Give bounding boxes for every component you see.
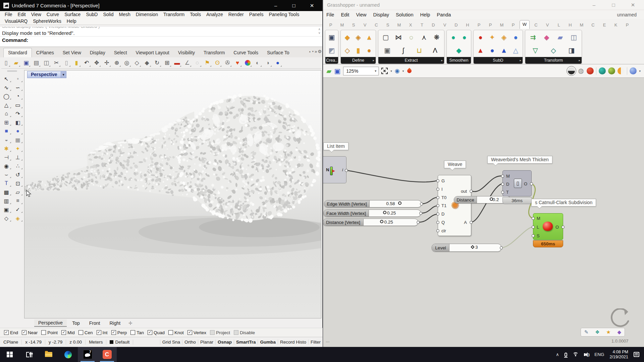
language-indicator[interactable]: ENG <box>594 352 604 357</box>
component-icon[interactable]: ✦ <box>488 34 497 41</box>
cylinder-icon[interactable]: ◒ <box>1 135 12 144</box>
shaded-sphere-icon[interactable]: ◐ <box>253 59 262 67</box>
gh-category-tab-22[interactable]: M <box>576 22 587 29</box>
boolean-union-icon[interactable]: ✱ <box>1 144 12 153</box>
select-cursor-icon[interactable]: ↖ <box>1 74 12 83</box>
menu-subd[interactable]: SubD <box>83 11 100 18</box>
freeform-curve-icon[interactable]: ↷ <box>12 109 23 118</box>
gh-category-tab-7[interactable]: X <box>405 22 416 29</box>
osnap-int[interactable]: ✓Int <box>97 330 108 335</box>
properties-icon[interactable]: ▣ <box>1 205 12 214</box>
component-icon[interactable]: ● <box>449 34 458 41</box>
zoom-icon[interactable]: ⊕ <box>112 59 121 67</box>
gem-tool-icon[interactable]: ◈ <box>12 214 23 223</box>
start-taskbar-button[interactable] <box>0 347 19 362</box>
extend-icon[interactable]: ↺ <box>12 170 23 179</box>
check-icon[interactable]: ✓ <box>12 205 23 214</box>
zoom-window-icon[interactable]: ◎ <box>122 59 131 67</box>
close-icon[interactable]: ✕ <box>303 0 321 11</box>
gh-menu-help[interactable]: Help <box>417 12 434 17</box>
y-coordinate[interactable]: y -2.79 <box>45 340 66 345</box>
gh-category-tab-8[interactable]: T <box>416 22 428 29</box>
preview-half-icon[interactable] <box>618 67 625 74</box>
maximize-icon[interactable]: □ <box>285 0 303 11</box>
status-toggle-planar[interactable]: Planar <box>198 340 215 345</box>
gh-category-tab-21[interactable]: H <box>565 22 576 29</box>
surface-icon[interactable]: ◧ <box>12 118 23 127</box>
gh-category-tab-15[interactable]: M <box>496 22 507 29</box>
file-explorer-taskbar-button[interactable] <box>39 347 58 362</box>
menu-dimension[interactable]: Dimension <box>133 11 161 18</box>
component-icon[interactable]: ⋏ <box>420 34 428 41</box>
status-toggle-smarttra[interactable]: SmartTra <box>234 340 258 345</box>
gh-category-tab-23[interactable]: C <box>587 22 599 29</box>
undo-icon[interactable]: ↶ <box>82 59 91 67</box>
toolbar-tab-set-view[interactable]: Set View <box>58 48 86 57</box>
toolbar-tab-surface-to[interactable]: Surface To <box>263 48 294 57</box>
component-icon[interactable]: ● <box>488 47 497 54</box>
preview-green-icon[interactable] <box>608 67 615 74</box>
text-icon[interactable]: T <box>1 179 12 188</box>
surface-grid-icon[interactable]: ⊞ <box>1 118 12 127</box>
zoom-ext-caret-icon[interactable]: ▾ <box>390 69 392 73</box>
gh-minimize-icon[interactable]: – <box>584 0 604 10</box>
command-scrollbar[interactable]: ∧∨ <box>317 27 322 35</box>
solver-flame-icon[interactable] <box>407 68 413 74</box>
component-icon[interactable]: ▲ <box>476 47 485 54</box>
gh-category-tab-1[interactable]: M <box>336 22 348 29</box>
palette-group-label[interactable]: Define▸ <box>341 57 376 64</box>
arc-icon[interactable]: △ <box>1 101 12 109</box>
trim-icon[interactable]: ⊣ <box>1 153 12 162</box>
component-icon[interactable]: ● <box>512 34 520 41</box>
task-view-taskbar-button[interactable] <box>19 347 39 362</box>
eye-caret-icon[interactable]: ▾ <box>402 69 404 73</box>
weave-component[interactable]: GIT0T1DQclroutA ✺ <box>438 175 471 236</box>
status-toggle-gumba[interactable]: Gumba <box>258 340 278 345</box>
split-icon[interactable]: ⊥ <box>12 153 23 162</box>
rhino-taskbar-button[interactable]: 7 <box>78 347 97 362</box>
block-edit-icon[interactable]: ▱ <box>12 188 23 196</box>
shield-icon[interactable]: ♥ <box>233 59 242 67</box>
paste-icon[interactable]: ▮ <box>72 59 81 67</box>
camtasia-taskbar-button[interactable]: C <box>97 347 117 362</box>
copy-to-clipboard-icon[interactable]: ◫ <box>42 59 51 67</box>
cplane-tool-icon[interactable]: ∠ <box>182 59 192 67</box>
perspective-viewport[interactable]: Perspective ▼ <box>24 70 321 318</box>
pan-icon[interactable]: ✥ <box>92 59 101 67</box>
gh-category-tab-26[interactable]: P <box>622 22 633 29</box>
component-icon[interactable]: ❋ <box>432 34 441 41</box>
gh-category-tab-14[interactable]: P <box>485 22 496 29</box>
curve-interp-icon[interactable]: ∽ <box>12 83 23 92</box>
viewport-tab-top[interactable]: Top <box>68 320 84 326</box>
explode-icon[interactable]: ✦ <box>12 144 23 153</box>
component-icon[interactable]: ◩ <box>327 47 336 54</box>
sphere-icon[interactable]: ● <box>12 127 23 135</box>
osnap-perp[interactable]: ✓Perp <box>111 330 127 335</box>
save-document-icon[interactable]: ▣ <box>334 67 340 75</box>
polygon-icon[interactable]: ⌂ <box>1 109 12 118</box>
component-icon[interactable]: ◆ <box>542 34 551 41</box>
menu-panels[interactable]: Panels <box>247 11 266 18</box>
hatch-icon[interactable]: ▥ <box>1 196 12 205</box>
zoom-selected-icon[interactable]: ◆ <box>142 59 152 67</box>
render-color-wheel-icon[interactable] <box>243 59 252 67</box>
component-icon[interactable]: ◫ <box>570 34 578 41</box>
gh-category-tab-17[interactable]: W <box>520 20 530 29</box>
highlight-tool-icon[interactable]: ★ <box>606 329 610 335</box>
component-icon[interactable]: ◨ <box>567 47 576 54</box>
component-icon[interactable]: ⇉ <box>529 34 537 41</box>
toolbar-tab-curve-tools[interactable]: Curve Tools <box>229 48 263 57</box>
component-icon[interactable]: Ʌ <box>431 47 439 54</box>
toolbar-tab-standard[interactable]: Standard <box>3 48 32 57</box>
menu-file[interactable]: File <box>2 11 15 18</box>
new-file-icon[interactable]: ▯ <box>1 59 11 67</box>
osnap-quad[interactable]: ✓Quad <box>148 330 165 335</box>
preview-red-icon[interactable] <box>587 67 594 74</box>
layers-icon[interactable]: ≡ <box>12 196 23 205</box>
rectangle-icon[interactable]: ▭ <box>12 101 23 109</box>
sidebar-drag-handle[interactable] <box>7 70 17 72</box>
grasshopper-canvas[interactable]: List Item Weave Weaverbird's Mesh Thicke… <box>323 78 644 347</box>
menu-tools[interactable]: Tools <box>187 11 204 18</box>
osnap-circle-icon[interactable]: ◌ <box>193 59 202 67</box>
component-icon[interactable]: ● <box>460 34 469 41</box>
